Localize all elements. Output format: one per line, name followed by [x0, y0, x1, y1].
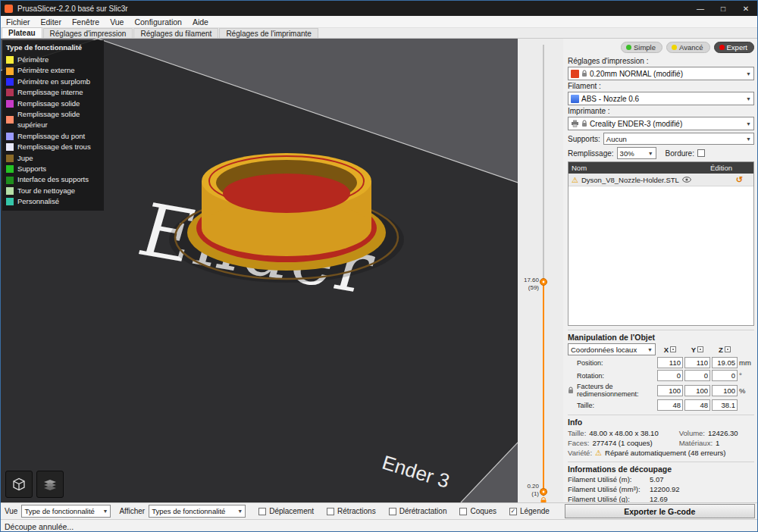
- tab-reglages-filament[interactable]: Réglages du filament: [133, 28, 218, 38]
- size-y-field[interactable]: [684, 399, 710, 411]
- deretractions-checkbox-group: Dérétractation: [389, 507, 447, 515]
- retractions-checkbox[interactable]: [327, 508, 334, 515]
- right-panel: Simple Avancé Expert Réglages d'impressi…: [563, 39, 758, 502]
- info-size-value: 48.00 x 48.00 x 38.10: [589, 428, 658, 438]
- object-manipulation: Coordonnées locaux ▼ X Y Z Position: mm …: [568, 343, 754, 411]
- legend-color-swatch: [6, 116, 14, 124]
- mode-selector: Simple Avancé Expert: [568, 40, 754, 55]
- coord-system-select[interactable]: Coordonnées locaux ▼: [568, 343, 656, 355]
- menu-vue[interactable]: Vue: [105, 16, 129, 27]
- eye-icon[interactable]: [682, 177, 691, 183]
- chevron-down-icon: ▼: [645, 347, 653, 352]
- mode-expert-button[interactable]: Expert: [714, 42, 754, 53]
- sliced-value: 5.07: [650, 475, 754, 484]
- layer-slider-zone: 17.60 (59) 0.20 (1): [518, 39, 563, 502]
- supports-select[interactable]: Aucun ▼: [603, 133, 754, 145]
- menu-fenetre[interactable]: Fenêtre: [67, 16, 105, 27]
- legend-item-label: Supports: [17, 164, 46, 174]
- travel-checkbox[interactable]: [258, 508, 266, 515]
- tab-plateau[interactable]: Plateau: [2, 27, 42, 38]
- show-select[interactable]: Types de fonctionnalité ▼: [149, 505, 246, 518]
- legend-item-label: Interface des supports: [17, 174, 89, 185]
- print-settings-label: Réglages d'impression :: [568, 57, 754, 66]
- chevron-down-icon: ▼: [100, 509, 108, 514]
- layer-slider[interactable]: [518, 39, 563, 502]
- printer-icon: [571, 120, 579, 127]
- scale-y-field[interactable]: [684, 385, 710, 396]
- layers-icon: [42, 476, 58, 493]
- slider-top-handle[interactable]: [540, 279, 547, 286]
- travel-checkbox-group: Déplacement: [258, 507, 314, 515]
- info-line-size-volume: Taille:48.00 x 48.00 x 38.10 Volume:1242…: [568, 428, 754, 438]
- sliced-label: Filament Utilisé (m):: [568, 475, 650, 484]
- divider: [568, 415, 754, 415]
- printer-select[interactable]: Creality ENDER-3 (modifié) ▼: [568, 117, 754, 130]
- legend-item: Remplissage solide supérieur: [6, 109, 100, 131]
- axis-settings-icon[interactable]: [670, 346, 676, 352]
- slider-bottom-handle[interactable]: [540, 489, 547, 496]
- 3d-view-button[interactable]: [5, 471, 33, 498]
- rotation-label: Rotation:: [577, 372, 656, 380]
- retractions-label: Rétractions: [337, 507, 376, 515]
- shells-checkbox-group: Coques: [459, 507, 496, 515]
- brim-checkbox[interactable]: [697, 149, 705, 157]
- filament-select[interactable]: ABS - Nozzle 0.6 ▼: [568, 92, 754, 105]
- object-list-empty-area[interactable]: [568, 186, 753, 325]
- layers-view-button[interactable]: [36, 471, 64, 498]
- scale-z-field[interactable]: [712, 385, 738, 396]
- export-gcode-button[interactable]: Exporter le G-code: [565, 504, 755, 518]
- view-select[interactable]: Type de fonctionnalité ▼: [21, 505, 111, 518]
- menu-editer[interactable]: Editer: [36, 16, 67, 27]
- menu-aide[interactable]: Aide: [187, 16, 214, 27]
- rotation-y-field[interactable]: [684, 370, 710, 381]
- uniform-scale-lock-icon[interactable]: [568, 386, 574, 394]
- print-settings-select[interactable]: 0.20mm NORMAL (modifié) ▼: [568, 67, 754, 80]
- size-label: Taille:: [577, 402, 656, 409]
- info-faces-value: 277474 (1 coques): [593, 438, 653, 448]
- legend-item: Périmètre: [6, 55, 100, 65]
- object-row[interactable]: ⚠ Dyson_V8_Nozzle-Holder.STL ↺: [568, 174, 753, 186]
- show-value: Types de fonctionnalité: [152, 507, 225, 515]
- legend-checkbox[interactable]: ✓: [509, 508, 517, 515]
- rotation-x-field[interactable]: [657, 370, 683, 381]
- position-y-field[interactable]: [684, 357, 710, 368]
- axis-z-header: Z: [712, 346, 738, 354]
- supports-label: Supports:: [568, 135, 600, 143]
- size-z-field[interactable]: [712, 399, 738, 411]
- info-materials-value: 1: [716, 438, 719, 448]
- position-x-field[interactable]: [657, 357, 683, 368]
- deretractions-checkbox[interactable]: [389, 508, 396, 515]
- scale-x-field[interactable]: [657, 385, 683, 396]
- close-button[interactable]: ✕: [735, 1, 757, 16]
- chevron-down-icon: ▼: [744, 121, 751, 127]
- app-window: PrusaSlicer-2.2.0 basé sur Slic3r — □ ✕ …: [0, 0, 758, 532]
- menu-configuration[interactable]: Configuration: [129, 16, 186, 27]
- tab-reglages-impression[interactable]: Réglages d'impression: [43, 28, 133, 38]
- legend-item: Personnalisé: [6, 196, 100, 207]
- position-z-field[interactable]: [712, 357, 738, 368]
- sliced-info: Filament Utilisé (m):5.07 Filament Utili…: [568, 475, 754, 502]
- axis-y-header: Y: [684, 346, 710, 354]
- chevron-down-icon: ▼: [744, 96, 751, 102]
- export-area: Exporter le G-code: [562, 503, 757, 519]
- app-logo-icon: [5, 5, 13, 13]
- mode-simple-button[interactable]: Simple: [621, 42, 662, 53]
- minimize-button[interactable]: —: [689, 1, 712, 16]
- 3d-viewport[interactable]: Ender Ender 3 Type de fonctionnalité Pér…: [1, 39, 518, 502]
- axis-settings-icon[interactable]: [697, 346, 703, 352]
- edit-icon[interactable]: ↺: [736, 175, 750, 185]
- axis-x-header: X: [657, 346, 683, 354]
- maximize-button[interactable]: □: [712, 1, 735, 16]
- size-x-field[interactable]: [657, 399, 683, 411]
- menu-fichier[interactable]: Fichier: [1, 16, 36, 27]
- view-label: Vue: [5, 507, 17, 515]
- rotation-z-field[interactable]: [712, 370, 738, 381]
- scale-label: Facteurs de redimensionnement:: [577, 383, 656, 398]
- tab-reglages-imprimante[interactable]: Réglages de l'imprimante: [219, 28, 318, 38]
- infill-select[interactable]: 30% ▼: [617, 147, 656, 159]
- mode-avance-button[interactable]: Avancé: [666, 42, 710, 53]
- axis-settings-icon[interactable]: [725, 346, 731, 352]
- shells-checkbox[interactable]: [459, 508, 467, 515]
- show-label: Afficher: [119, 507, 145, 515]
- object-edit-header: Édition: [710, 164, 750, 172]
